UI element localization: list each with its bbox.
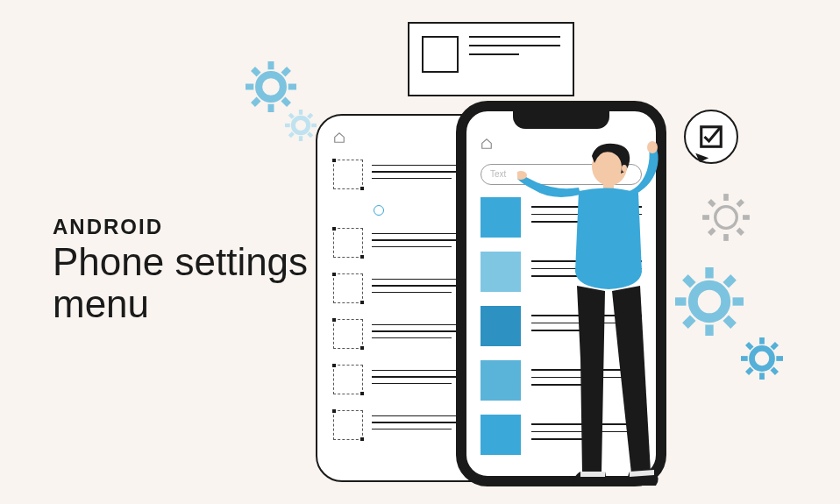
svg-rect-25 [708, 199, 716, 208]
svg-rect-13 [311, 124, 317, 127]
svg-rect-24 [708, 227, 716, 236]
svg-rect-19 [723, 194, 729, 201]
phone-notch [513, 110, 609, 129]
svg-point-47 [622, 165, 627, 172]
gear-icon [701, 193, 751, 242]
heading-block: ANDROID Phone settings menu [53, 215, 308, 326]
svg-rect-20 [723, 234, 729, 241]
home-icon [481, 138, 493, 150]
svg-rect-21 [702, 215, 709, 220]
svg-rect-15 [288, 131, 295, 138]
person-illustration [517, 140, 693, 491]
radio-icon [374, 205, 384, 216]
svg-rect-14 [307, 113, 313, 119]
checkbox-icon [698, 124, 724, 150]
gear-icon [741, 337, 783, 380]
svg-rect-26 [736, 227, 744, 236]
svg-rect-12 [285, 124, 290, 127]
svg-point-50 [647, 141, 658, 153]
svg-rect-16 [288, 113, 295, 119]
svg-rect-29 [705, 325, 713, 336]
svg-rect-38 [759, 373, 765, 380]
svg-rect-31 [733, 297, 744, 305]
title-text: Phone settings menu [53, 241, 308, 326]
svg-rect-28 [705, 267, 713, 278]
svg-rect-23 [736, 199, 744, 208]
app-tile [481, 197, 521, 238]
gear-icon [285, 110, 317, 141]
gear-icon [246, 61, 296, 112]
illustration: Text [324, 22, 815, 486]
subtitle-text: ANDROID [53, 215, 308, 239]
svg-rect-7 [251, 67, 260, 76]
svg-point-36 [751, 348, 772, 368]
app-tile [481, 252, 521, 292]
svg-rect-43 [745, 342, 754, 351]
app-tile [481, 360, 521, 401]
wireframe-box [422, 36, 459, 73]
svg-rect-3 [246, 84, 253, 90]
svg-point-9 [293, 117, 308, 132]
svg-rect-32 [723, 274, 736, 287]
svg-rect-1 [268, 61, 274, 69]
svg-rect-41 [771, 342, 779, 351]
svg-rect-6 [251, 96, 260, 106]
app-tile [481, 306, 521, 346]
app-tile [481, 415, 521, 455]
svg-point-0 [259, 75, 283, 99]
svg-point-18 [715, 207, 737, 229]
svg-rect-40 [776, 356, 783, 361]
svg-rect-2 [268, 104, 274, 112]
svg-rect-5 [281, 67, 290, 76]
svg-rect-35 [723, 315, 736, 328]
wireframe-lines [469, 36, 560, 55]
svg-rect-10 [299, 110, 303, 115]
svg-rect-17 [307, 131, 313, 138]
svg-rect-39 [741, 356, 748, 361]
svg-rect-44 [771, 367, 779, 376]
svg-rect-22 [743, 215, 750, 220]
home-icon [333, 131, 345, 144]
svg-rect-8 [281, 96, 290, 106]
svg-rect-37 [759, 337, 765, 344]
wireframe-card [408, 22, 574, 96]
svg-rect-4 [288, 84, 296, 90]
svg-rect-42 [745, 367, 754, 376]
svg-point-27 [693, 285, 725, 317]
svg-rect-11 [299, 136, 303, 141]
